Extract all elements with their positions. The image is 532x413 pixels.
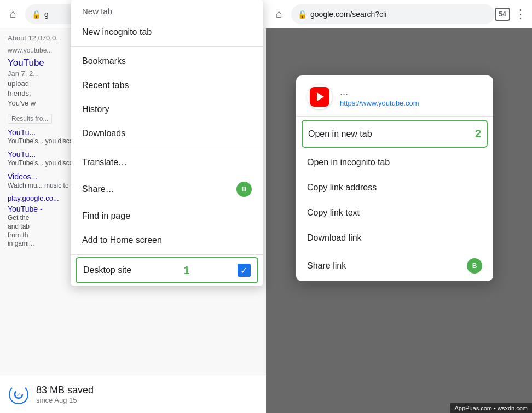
share-badge: B <box>236 182 252 197</box>
youtube-play-icon <box>310 87 329 107</box>
menu-item-downloads[interactable]: Downloads <box>71 121 263 146</box>
menu-history-label: History <box>82 104 252 114</box>
menu-item-new-incognito[interactable]: New incognito tab <box>71 20 263 44</box>
ctx-copy-link-address-label: Copy link address <box>307 183 377 193</box>
menu-item-find-in-page[interactable]: Find in page <box>71 204 263 228</box>
menu-add-home-label: Add to Home screen <box>82 235 252 245</box>
open-new-tab-num-badge: 2 <box>475 127 481 140</box>
menu-item-recent-tabs[interactable]: Recent tabs <box>71 73 263 97</box>
watermark: AppPuas.com • wsxdn.com <box>450 403 532 413</box>
ctx-download-link-label: Download link <box>307 233 362 243</box>
ctx-share-badge: B <box>467 258 482 274</box>
lock-icon-right: 🔒 <box>298 10 307 19</box>
right-url-pill[interactable]: 🔒 google.com/search?cli <box>291 4 495 24</box>
desktop-site-checkbox[interactable]: ✓ <box>238 264 251 277</box>
menu-translate-label: Translate… <box>82 158 252 167</box>
menu-item-bookmarks[interactable]: Bookmarks <box>71 49 263 73</box>
menu-desktop-site-label: Desktop site <box>83 265 131 275</box>
svg-text:✓: ✓ <box>16 392 21 398</box>
right-url-text: google.com/search?cli <box>310 10 386 19</box>
results-from-label: Results fro... <box>8 114 52 124</box>
ctx-header-url: https://www.youtube.com <box>340 99 419 107</box>
desktop-site-num-badge: 1 <box>183 264 189 277</box>
ctx-open-new-tab-label: Open in new tab <box>308 129 372 139</box>
menu-item-share[interactable]: Share… B <box>71 174 263 204</box>
ctx-item-open-incognito[interactable]: Open in incognito tab <box>296 150 493 175</box>
menu-new-incognito-label: New incognito tab <box>82 27 252 37</box>
menu-bookmarks-label: Bookmarks <box>82 56 252 66</box>
ctx-item-download-link[interactable]: Download link <box>296 225 493 251</box>
menu-item-history[interactable]: History <box>71 97 263 121</box>
menu-divider-1 <box>71 46 263 47</box>
home-icon-right[interactable]: ⌂ <box>271 7 287 22</box>
menu-item-desktop-site[interactable]: Desktop site 1 ✓ <box>76 257 258 283</box>
tab-count-badge[interactable]: 54 <box>495 8 510 21</box>
menu-item-add-home[interactable]: Add to Home screen <box>71 228 263 252</box>
right-address-bar: ⌂ 🔒 google.com/search?cli 54 ⋮ <box>266 0 532 28</box>
menu-recent-tabs-label: Recent tabs <box>82 80 252 90</box>
ctx-item-share-link[interactable]: Share link B <box>296 251 493 281</box>
menu-share-label: Share… <box>82 184 236 194</box>
youtube-favicon <box>307 84 332 109</box>
savings-bar: ✓ 83 MB saved since Aug 15 <box>0 375 266 413</box>
savings-amount: 83 MB saved <box>36 385 94 396</box>
savings-since: since Aug 15 <box>36 396 94 404</box>
left-url-text: g <box>44 10 49 19</box>
context-header-text: ... https://www.youtube.com <box>340 86 419 107</box>
savings-icon: ✓ <box>9 385 28 404</box>
ctx-item-copy-link-text[interactable]: Copy link text <box>296 200 493 225</box>
play-triangle <box>317 92 324 101</box>
savings-text: 83 MB saved since Aug 15 <box>36 385 94 404</box>
ctx-open-incognito-label: Open in incognito tab <box>307 158 390 167</box>
menu-find-label: Find in page <box>82 211 252 221</box>
context-menu-header: ... https://www.youtube.com <box>296 75 493 117</box>
browser-menu: New tab New incognito tab Bookmarks Rece… <box>71 0 263 286</box>
menu-item-new-tab[interactable]: New tab <box>71 2 263 20</box>
ctx-copy-link-text-label: Copy link text <box>307 208 360 218</box>
ctx-item-open-new-tab[interactable]: Open in new tab 2 <box>302 120 488 148</box>
menu-new-tab-label: New tab <box>82 7 252 16</box>
ctx-ellipsis: ... <box>340 86 419 98</box>
home-icon[interactable]: ⌂ <box>5 7 21 22</box>
context-menu: ... https://www.youtube.com Open in new … <box>296 75 493 281</box>
menu-downloads-label: Downloads <box>82 129 252 138</box>
menu-item-translate[interactable]: Translate… <box>71 150 263 174</box>
three-dot-menu[interactable]: ⋮ <box>514 7 527 21</box>
ctx-share-link-label: Share link <box>307 261 346 271</box>
menu-divider-2 <box>71 148 263 148</box>
menu-divider-3 <box>71 254 263 255</box>
ctx-item-copy-link-address[interactable]: Copy link address <box>296 175 493 200</box>
lock-icon-left: 🔒 <box>32 10 41 19</box>
